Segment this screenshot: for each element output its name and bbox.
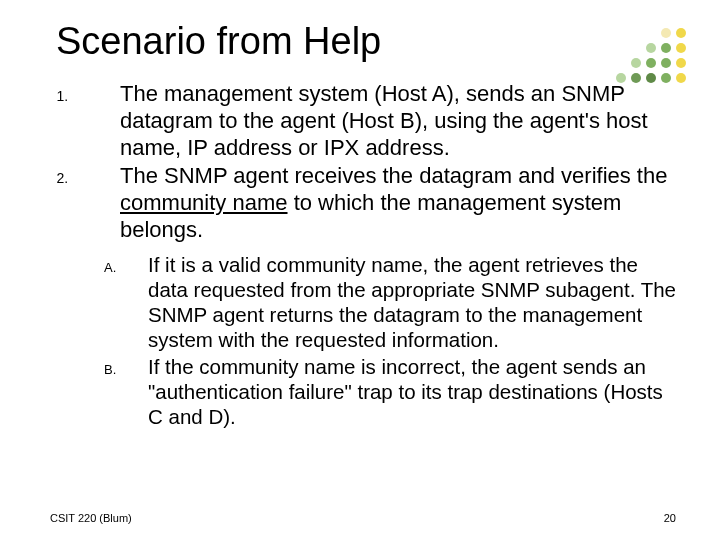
- decorative-dot-grid: [616, 28, 686, 83]
- sub-list-item-text: If it is a valid community name, the age…: [148, 253, 676, 351]
- footer-page-number: 20: [664, 512, 676, 524]
- sub-list-item: If the community name is incorrect, the …: [120, 354, 680, 429]
- main-list: The management system (Host A), sends an…: [50, 81, 680, 244]
- slide-title: Scenario from Help: [56, 20, 680, 63]
- slide: Scenario from Help The management system…: [0, 0, 720, 540]
- sub-list-item: If it is a valid community name, the age…: [120, 252, 680, 352]
- community-name-link[interactable]: community name: [120, 190, 288, 215]
- list-item-text-pre: The SNMP agent receives the datagram and…: [120, 163, 667, 188]
- list-item: The management system (Host A), sends an…: [72, 81, 680, 161]
- sub-list-item-text: If the community name is incorrect, the …: [148, 355, 663, 428]
- list-item: The SNMP agent receives the datagram and…: [72, 163, 680, 243]
- list-item-text: The management system (Host A), sends an…: [120, 81, 648, 160]
- footer-course: CSIT 220 (Blum): [50, 512, 132, 524]
- sub-list: If it is a valid community name, the age…: [50, 252, 680, 429]
